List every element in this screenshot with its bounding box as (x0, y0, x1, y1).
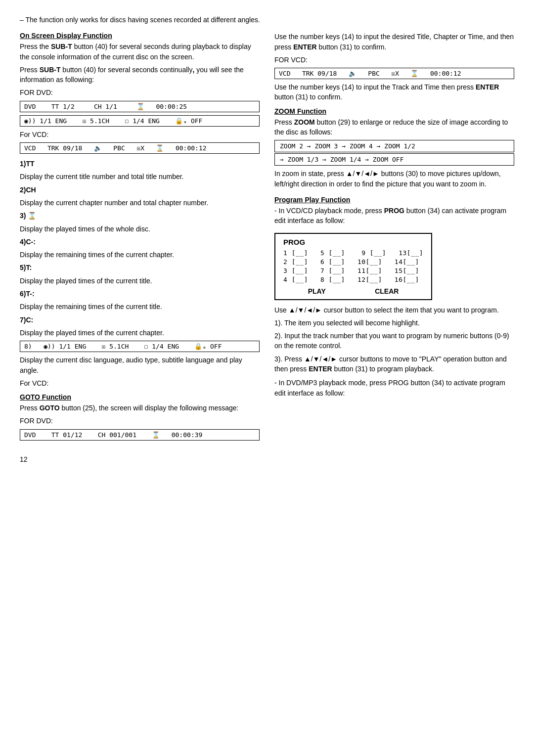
program-play-para2: Use ▲/▼/◄/► cursor button to select the … (274, 305, 514, 315)
for-dvd-label: FOR DVD: (20, 88, 260, 97)
item-3: 3) ⌛ Display the played times of the who… (20, 211, 260, 234)
item-3-desc: Display the played times of the whole di… (20, 224, 260, 234)
item-8-box: 8) ◉)) 1/1 ENG ☒ 5.1CH ☐ 1/4 ENG 🔒ₐ OFF (20, 341, 260, 352)
item-1tt: 1)TT Display the current title number an… (20, 159, 260, 182)
for-vcd-label-osd: For VCD: (20, 130, 260, 139)
item-2ch: 2)CH Display the current chapter number … (20, 185, 260, 208)
item-4c-label: 4)C-: (20, 238, 36, 246)
dvd-info-box-2: ◉)) 1/1 ENG ☒ 5.1CH ☐ 1/4 ENG 🔒ₐ OFF (20, 115, 260, 127)
right-column: Use the number keys (14) to input the de… (274, 32, 514, 463)
prog-row-2: 2 [__] 6 [__] 10[__] 14[__] (283, 258, 423, 266)
zoom-title: ZOOM Function (274, 107, 514, 115)
enter-bold-2: ENTER (476, 83, 499, 91)
item-2ch-desc: Display the current chapter number and t… (20, 198, 260, 208)
items-section: 1)TT Display the current title number an… (20, 159, 260, 388)
prog-bold: PROG (384, 207, 404, 215)
osd-para2: Press SUB-T button (40) for several seco… (20, 65, 260, 85)
item-6t: 6)T-: Display the remaining times of the… (20, 289, 260, 312)
zoom-para2: In zoom in state, press ▲/▼/◄/► buttons … (274, 169, 514, 189)
program-play-para3: 1). The item you selected will become hi… (274, 318, 514, 328)
item-7c-label: 7)C: (20, 316, 33, 324)
program-play-para6: - In DVD/MP3 playback mode, press PROG b… (274, 378, 514, 398)
item-3-label: 3) ⌛ (20, 212, 36, 220)
item-8: 8) ◉)) 1/1 ENG ☒ 5.1CH ☐ 1/4 ENG 🔒ₐ OFF … (20, 341, 260, 388)
item-1tt-label: 1)TT (20, 160, 35, 168)
zoom-para1: Press ZOOM button (29) to enlarge or red… (274, 117, 514, 137)
item-2ch-label: 2)CH (20, 186, 36, 194)
item-4c-desc: Display the remaining times of the curre… (20, 250, 260, 260)
program-play-title: Program Play Function (274, 196, 514, 204)
program-play-para5: 3). Press ▲/▼/◄/► cursor buttons to move… (274, 354, 514, 374)
osd-para1: Press the SUB-T button (40) for several … (20, 42, 260, 62)
page-number: 12 (20, 455, 260, 463)
item-7c-desc: Display the played times of the current … (20, 328, 260, 338)
sub-t-bold-2: SUB-T (40, 66, 61, 74)
zoom-box-1: ZOOM 2 → ZOOM 3 → ZOOM 4 → ZOOM 1/2 (274, 140, 514, 152)
zoom-bold: ZOOM (294, 118, 315, 126)
use-number-keys-section-1: Use the number keys (14) to input the de… (274, 32, 514, 102)
prog-play-label: PLAY (308, 287, 326, 295)
goto-bold: GOTO (40, 404, 60, 412)
for-vcd-right-1: FOR VCD: (274, 55, 514, 65)
zoom-section: ZOOM Function Press ZOOM button (29) to … (274, 107, 514, 189)
use-number-keys-para-1: Use the number keys (14) to input the de… (274, 32, 514, 52)
item-5t: 5)T: Display the played times of the cur… (20, 263, 260, 286)
on-screen-display-section: On Screen Display Function Press the SUB… (20, 32, 260, 154)
prog-row-1: 1 [__] 5 [__] 9 [__] 13[__] (283, 249, 423, 257)
item-4c: 4)C-: Display the remaining times of the… (20, 237, 260, 260)
prog-table: PROG 1 [__] 5 [__] 9 [__] 13[__] 2 [__] … (274, 233, 432, 300)
enter-bold-1: ENTER (293, 43, 316, 51)
sub-t-bold-1: SUB-T (51, 43, 72, 50)
goto-dvd-box: DVD TT 01/12 CH 001/001 ⌛ 00:00:39 (20, 429, 260, 441)
item-5t-desc: Display the played times of the current … (20, 276, 260, 286)
goto-title: GOTO Function (20, 393, 260, 401)
prog-row-4: 4 [__] 8 [__] 12[__] 16[__] (283, 276, 423, 283)
item-6t-label: 6)T-: (20, 290, 35, 298)
goto-for-dvd: FOR DVD: (20, 416, 260, 426)
program-play-para1: - In VCD/CD playback mode, press PROG bu… (274, 206, 514, 226)
item-7c: 7)C: Display the played times of the cur… (20, 315, 260, 338)
vcd-right-box-1: VCD TRK 09/18 🔈 PBC ☒X ⌛ 00:00:12 (274, 68, 514, 79)
prog-footer: PLAY CLEAR (283, 287, 423, 295)
goto-section: GOTO Function Press GOTO button (25), th… (20, 393, 260, 441)
enter-bold-prog: ENTER (309, 365, 332, 373)
item-8-desc: Display the current disc language, audio… (20, 355, 260, 375)
use-number-keys-para-2: Use the number keys (14) to input the Tr… (274, 82, 514, 102)
goto-para1: Press GOTO button (25), the screen will … (20, 403, 260, 413)
item-5t-label: 5)T: (20, 264, 32, 271)
program-play-para4: 2). Input the track number that you want… (274, 331, 514, 351)
zoom-box-2: → ZOOM 1/3 → ZOOM 1/4 → ZOOM OFF (274, 153, 514, 166)
item-1tt-desc: Display the current title number and tot… (20, 172, 260, 181)
intro-paragraph: – The function only works for discs havi… (20, 16, 260, 24)
intro-text: – The function only works for discs havi… (20, 15, 514, 25)
prog-row-3: 3 [__] 7 [__] 11[__] 15[__] (283, 267, 423, 274)
program-play-section: Program Play Function - In VCD/CD playba… (274, 196, 514, 398)
dvd-info-box-1: DVD TT 1/2 CH 1/1 ⌛ 00:00:25 (20, 101, 260, 112)
vcd-info-box-osd: VCD TRK 09/18 🔈 PBC ☒X ⌛ 00:00:12 (20, 142, 260, 154)
item-6t-desc: Display the remaining times of the curre… (20, 302, 260, 311)
prog-table-header: PROG (283, 238, 423, 246)
for-vcd-after-8: For VCD: (20, 378, 260, 388)
on-screen-display-title: On Screen Display Function (20, 32, 260, 40)
prog-clear-label: CLEAR (375, 287, 399, 295)
left-column: On Screen Display Function Press the SUB… (20, 32, 260, 463)
